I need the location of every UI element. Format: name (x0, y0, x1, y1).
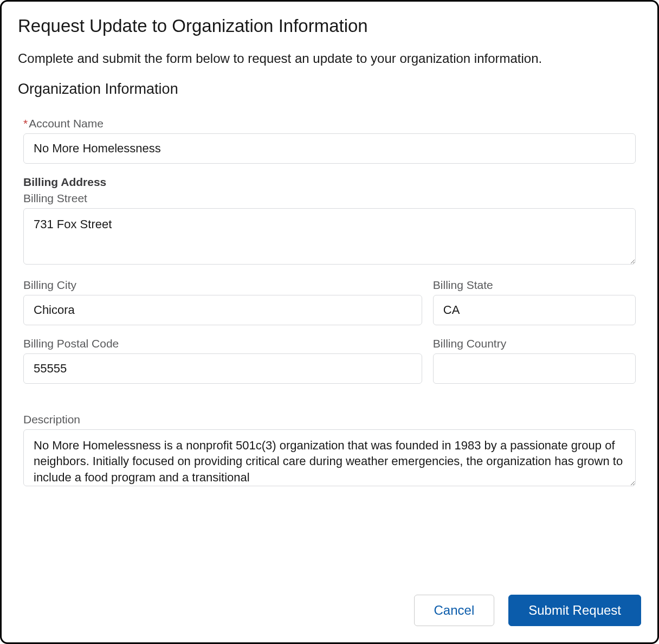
billing-street-input[interactable] (23, 208, 636, 265)
description-label: Description (23, 413, 636, 426)
billing-city-label: Billing City (23, 279, 422, 292)
billing-country-input[interactable] (433, 353, 636, 384)
billing-state-group: Billing State (433, 279, 636, 325)
account-name-label: *Account Name (23, 117, 636, 130)
submit-request-button[interactable]: Submit Request (508, 595, 641, 626)
billing-postal-group: Billing Postal Code (23, 337, 422, 384)
billing-country-label: Billing Country (433, 337, 636, 350)
description-input[interactable] (23, 429, 636, 486)
account-name-group: *Account Name (23, 117, 636, 164)
billing-state-input[interactable] (433, 295, 636, 325)
dialog-footer: Cancel Submit Request (18, 571, 641, 626)
billing-city-input[interactable] (23, 295, 422, 325)
description-group: Description (23, 413, 636, 488)
billing-state-label: Billing State (433, 279, 636, 292)
postal-country-row: Billing Postal Code Billing Country (23, 337, 636, 396)
page-subtitle: Complete and submit the form below to re… (18, 49, 641, 68)
city-state-row: Billing City Billing State (23, 279, 636, 337)
account-name-input[interactable] (23, 133, 636, 164)
page-title: Request Update to Organization Informati… (18, 16, 641, 36)
billing-postal-label: Billing Postal Code (23, 337, 422, 350)
billing-address-heading: Billing Address (23, 176, 636, 189)
required-star-icon: * (23, 117, 28, 130)
form-dialog: Request Update to Organization Informati… (0, 0, 659, 644)
billing-country-group: Billing Country (433, 337, 636, 384)
billing-street-label: Billing Street (23, 192, 636, 205)
billing-street-group: Billing Street (23, 192, 636, 267)
cancel-button[interactable]: Cancel (414, 595, 495, 626)
account-name-label-text: Account Name (29, 117, 104, 130)
section-heading: Organization Information (18, 81, 641, 98)
billing-city-group: Billing City (23, 279, 422, 325)
billing-postal-input[interactable] (23, 353, 422, 384)
form-body: *Account Name Billing Address Billing St… (18, 117, 641, 571)
